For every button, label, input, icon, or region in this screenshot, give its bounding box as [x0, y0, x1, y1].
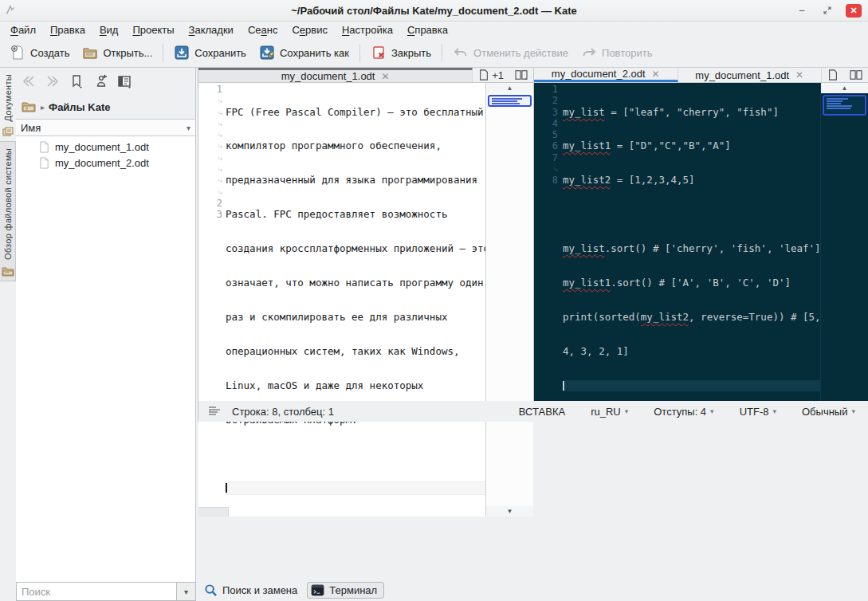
- back-icon[interactable]: [21, 73, 37, 89]
- file-browser-toolbar: [16, 68, 195, 95]
- window-title: ~/Рабочий стол/Файлы Kate/my_document_2.…: [0, 5, 868, 17]
- new-file-icon: [478, 69, 489, 81]
- close-document-button[interactable]: Закрыть: [364, 41, 438, 64]
- split-view-button[interactable]: [509, 69, 533, 81]
- text-area-right[interactable]: my_list = ["leaf", "cherry", "fish"] my_…: [558, 83, 820, 414]
- menu-projects[interactable]: Проекты: [125, 22, 181, 37]
- terminal-button[interactable]: Терминал: [307, 582, 384, 599]
- terminal-icon: [311, 584, 324, 596]
- editor-right-body[interactable]: 1234567⤷8 my_list = ["leaf", "cherry", "…: [534, 83, 868, 414]
- app-icon: [5, 5, 16, 16]
- bookmarks-icon[interactable]: [69, 73, 84, 89]
- encoding-select[interactable]: UTF-8▾: [727, 406, 789, 418]
- close-button[interactable]: ✕: [846, 4, 862, 18]
- sort-caret-icon: ▾: [187, 124, 190, 132]
- breadcrumb-caret-icon: ▸: [41, 103, 45, 112]
- scroll-up-icon[interactable]: ▲: [486, 83, 533, 93]
- menu-bookmarks[interactable]: Закладки: [182, 22, 241, 37]
- save-icon: [174, 45, 190, 61]
- combo-dropdown-button[interactable]: ▾: [176, 583, 195, 600]
- save-as-icon: [259, 45, 275, 61]
- tab-close-icon[interactable]: ✕: [652, 69, 660, 80]
- panel-options-icon[interactable]: [116, 73, 132, 89]
- text-area-left[interactable]: FPC (Free Pascal Compiler) – это бесплат…: [222, 83, 485, 517]
- minimize-button[interactable]: –: [795, 4, 809, 17]
- menu-help[interactable]: Справка: [400, 22, 455, 37]
- breadcrumb[interactable]: ▸ Файлы Kate: [16, 95, 195, 119]
- file-browser-panel: ▸ Файлы Kate Имя ▾ my_document_1.odt my_…: [16, 68, 196, 582]
- new-tab-button-right[interactable]: [822, 69, 844, 81]
- cursor-line-right: [563, 380, 820, 391]
- menu-settings[interactable]: Настройка: [335, 22, 400, 37]
- toolbar-separator: [163, 44, 163, 61]
- editor-split-area: my_document_1.odt ✕ +1 1⤷⤷⤷⤷⤷⤷⤷⤷⤷23 FPC …: [198, 68, 868, 401]
- undo-button: Отменить действие: [446, 41, 575, 64]
- open-button[interactable]: Открыть...: [76, 41, 159, 64]
- sidebar-tab-documents[interactable]: Документы: [0, 68, 16, 141]
- editor-left-body[interactable]: 1⤷⤷⤷⤷⤷⤷⤷⤷⤷23 FPC (Free Pascal Compiler) …: [198, 83, 533, 517]
- search-icon: [204, 583, 218, 597]
- input-mode-label[interactable]: ВСТАВКА: [506, 406, 578, 418]
- split-view-button-right[interactable]: [844, 69, 868, 81]
- save-as-button[interactable]: Сохранить как: [253, 41, 355, 64]
- tab-my-document-2[interactable]: my_document_2.odt ✕: [534, 68, 678, 82]
- open-folder-icon: [82, 45, 98, 61]
- toolbar-separator: [359, 44, 360, 61]
- dictionary-select[interactable]: ru_RU▾: [578, 406, 641, 418]
- scrollbar-right[interactable]: ▲ ▼: [820, 83, 868, 414]
- menu-view[interactable]: Вид: [92, 22, 126, 37]
- tabbar-left: my_document_1.odt ✕ +1: [198, 68, 533, 83]
- minimap-track-left[interactable]: [486, 93, 533, 506]
- forward-icon[interactable]: [45, 73, 61, 89]
- menu-file[interactable]: Файл: [3, 22, 43, 37]
- new-tab-button[interactable]: +1: [473, 69, 509, 81]
- minimap-thumb-right[interactable]: [823, 95, 866, 116]
- new-document-icon: [10, 45, 26, 61]
- sidebar-tab-filesystem[interactable]: Обзор файловой системы: [0, 141, 16, 281]
- maximize-button[interactable]: [820, 4, 835, 17]
- scrollbar-left[interactable]: ▲ ▼: [485, 83, 533, 517]
- highlight-mode-select[interactable]: Обычный▾: [789, 406, 868, 418]
- tab-my-document-1[interactable]: my_document_1.odt ✕: [198, 68, 473, 82]
- save-button[interactable]: Сохранить: [167, 41, 253, 64]
- minimap-track-right[interactable]: [821, 93, 868, 404]
- scrollbar-corner: [198, 507, 229, 517]
- indent-select[interactable]: Отступы: 4▾: [641, 406, 726, 418]
- indentation-icon[interactable]: [208, 406, 221, 417]
- split-view-icon: [850, 69, 862, 81]
- cursor-position-label[interactable]: Строка: 8, столбец: 1: [232, 406, 334, 418]
- name-column-header[interactable]: Имя ▾: [16, 119, 195, 136]
- documents-icon: [2, 125, 14, 138]
- menu-session[interactable]: Сеанс: [241, 22, 285, 37]
- tab-close-icon[interactable]: ✕: [795, 69, 803, 81]
- file-row[interactable]: my_document_1.odt: [16, 139, 195, 155]
- undo-icon: [453, 45, 469, 61]
- new-document-button[interactable]: Создать: [3, 41, 76, 64]
- chevron-down-icon: ▾: [772, 407, 776, 415]
- file-icon: [38, 157, 50, 169]
- left-sidebar-dock: Документы Обзор файловой системы: [0, 68, 16, 281]
- toolbar-separator: [442, 44, 442, 61]
- editor-pane-left: my_document_1.odt ✕ +1 1⤷⤷⤷⤷⤷⤷⤷⤷⤷23 FPC …: [198, 68, 533, 401]
- folder-open-icon: [21, 99, 37, 115]
- tab-my-document-1-right[interactable]: my_document_1.odt ✕: [678, 68, 823, 82]
- menu-tools[interactable]: Сервис: [285, 22, 335, 37]
- search-input[interactable]: [17, 583, 176, 600]
- tab-close-icon[interactable]: ✕: [381, 71, 389, 82]
- file-icon: [38, 141, 50, 153]
- scroll-up-icon[interactable]: ▲: [821, 83, 868, 93]
- text-cursor: [226, 483, 227, 493]
- tabbar-right: my_document_2.odt ✕ my_document_1.odt ✕: [534, 68, 868, 83]
- scroll-down-icon[interactable]: ▼: [486, 506, 533, 517]
- minimap-thumb-left[interactable]: [488, 95, 532, 107]
- menu-edit[interactable]: Правка: [43, 22, 92, 37]
- status-bar: Строка: 8, столбец: 1 ВСТАВКА ru_RU▾ Отс…: [198, 401, 868, 422]
- chevron-down-icon: ▾: [851, 407, 855, 415]
- chevron-down-icon: ▾: [710, 407, 714, 415]
- search-replace-button[interactable]: Поиск и замена: [201, 581, 300, 599]
- redo-icon: [581, 45, 597, 61]
- current-document-folder-icon[interactable]: [92, 73, 108, 89]
- bottom-toolview-bar: Поиск и замена Терминал: [201, 581, 384, 599]
- file-row[interactable]: my_document_2.odt: [16, 155, 195, 171]
- maximize-icon: [823, 6, 832, 15]
